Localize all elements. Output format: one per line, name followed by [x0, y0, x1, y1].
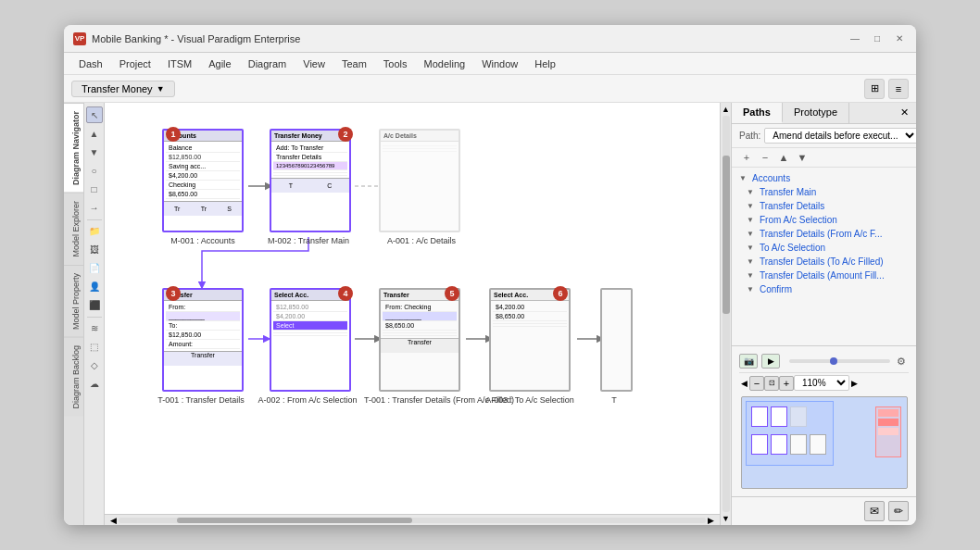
scroll-thumb[interactable]: [177, 518, 412, 523]
menu-itsm[interactable]: ITSM: [160, 56, 199, 71]
group-icon[interactable]: ⬚: [86, 338, 103, 355]
tree-link-transfer-amount[interactable]: Transfer Details (Amount Fill...: [760, 270, 885, 281]
menu-tools[interactable]: Tools: [376, 56, 415, 71]
playback-screenshot-btn[interactable]: 📷: [739, 354, 758, 369]
circle-icon[interactable]: ○: [86, 162, 103, 179]
folder-icon[interactable]: 📁: [86, 222, 103, 239]
tree-link-transfer-main[interactable]: Transfer Main: [760, 187, 816, 197]
grid-view-button[interactable]: ⊞: [864, 79, 885, 99]
menu-team[interactable]: Team: [334, 56, 374, 71]
rect-icon[interactable]: □: [86, 181, 103, 197]
tree-link-transfer-to[interactable]: Transfer Details (To A/c Filled): [760, 256, 884, 267]
remove-btn[interactable]: −: [758, 150, 773, 165]
playback-settings-icon[interactable]: ⚙: [894, 354, 909, 369]
zoom-in-btn[interactable]: +: [779, 376, 794, 391]
left-sidebar-tabs: Diagram Navigator Model Explorer Model P…: [64, 103, 84, 525]
minimize-button[interactable]: —: [848, 31, 862, 46]
menu-dash[interactable]: Dash: [71, 56, 110, 71]
down-btn[interactable]: ▼: [795, 150, 810, 165]
tree-item-from-ac-selection[interactable]: ▼ From A/c Selection: [732, 213, 916, 227]
diamond-icon[interactable]: ◇: [86, 356, 103, 373]
node-A-002[interactable]: Select Acc. $12,850.00 $4,200.00 Select: [270, 288, 351, 392]
close-button[interactable]: ✕: [892, 31, 907, 46]
sidebar-tab-diagram-backlog[interactable]: Diagram Backlog: [64, 337, 83, 417]
menu-window[interactable]: Window: [474, 56, 525, 71]
list-view-button[interactable]: ≡: [888, 79, 909, 99]
person-icon[interactable]: 👤: [86, 278, 103, 294]
scroll-track[interactable]: [119, 518, 706, 523]
node-M-001[interactable]: Accounts Balance $12,850.00 Saving acc..…: [162, 129, 244, 232]
arrow-icon[interactable]: →: [86, 199, 103, 216]
sidebar-tab-model-property[interactable]: Model Property: [64, 265, 83, 337]
tree-link-to-ac[interactable]: To A/c Selection: [760, 243, 825, 253]
maximize-button[interactable]: □: [870, 31, 885, 46]
tree-item-accounts[interactable]: ▼ Accounts: [732, 171, 916, 185]
playback-play-btn[interactable]: ▶: [761, 354, 780, 369]
down-icon[interactable]: ▼: [86, 144, 103, 160]
tree-link-accounts[interactable]: Accounts: [752, 173, 790, 183]
note-icon[interactable]: 📄: [86, 259, 103, 276]
tree-item-confirm[interactable]: ▼ Confirm: [732, 282, 916, 296]
tree-item-transfer-details[interactable]: ▼ Transfer Details: [732, 199, 916, 213]
up-icon[interactable]: ▲: [86, 125, 103, 142]
tree-link-transfer-details[interactable]: Transfer Details: [760, 201, 824, 211]
node-T-001a[interactable]: Transfer From: __________ To: $12,850.00…: [162, 288, 244, 392]
node-A-001[interactable]: A/c Details: [379, 129, 460, 232]
tree-link-from-ac[interactable]: From A/c Selection: [760, 215, 837, 225]
vertical-scrollbar[interactable]: ▲ ▼: [720, 103, 731, 525]
add-btn[interactable]: +: [739, 150, 754, 165]
flow-icon[interactable]: ≋: [86, 319, 103, 336]
window-title: Mobile Banking * - Visual Paradigm Enter…: [92, 33, 300, 44]
canvas-scroll[interactable]: Accounts Balance $12,850.00 Saving acc..…: [105, 103, 720, 525]
node-A-003[interactable]: Select Acc. $4,200.00 $8,650.00: [489, 288, 571, 392]
tree-item-to-ac-selection[interactable]: ▼ To A/c Selection: [732, 241, 916, 255]
tree-link-transfer-from[interactable]: Transfer Details (From A/c F...: [760, 229, 882, 239]
image-icon[interactable]: 🖼: [86, 241, 103, 257]
tree-item-transfer-main[interactable]: ▼ Transfer Main: [732, 185, 916, 199]
playback-thumb[interactable]: [830, 357, 837, 365]
transfer-money-button[interactable]: Transfer Money ▼: [71, 81, 175, 97]
scroll-up-btn[interactable]: ▲: [722, 105, 730, 114]
tree-item-transfer-details-to[interactable]: ▼ Transfer Details (To A/c Filled): [732, 255, 916, 269]
menu-view[interactable]: View: [295, 56, 333, 71]
zoom-arrow-right[interactable]: ▶: [849, 377, 860, 390]
menu-modeling[interactable]: Modeling: [417, 56, 473, 71]
mm-node-5: [771, 434, 787, 455]
v-scroll-track[interactable]: [722, 116, 730, 512]
tree-link-confirm[interactable]: Confirm: [760, 284, 792, 294]
edit-button[interactable]: ✏: [888, 501, 909, 521]
menu-diagram[interactable]: Diagram: [241, 56, 295, 71]
menu-agile[interactable]: Agile: [201, 56, 238, 71]
v-scroll-thumb[interactable]: [722, 156, 730, 314]
cursor-icon[interactable]: ↖: [86, 106, 103, 123]
scroll-left-btn[interactable]: ◀: [108, 516, 119, 525]
scroll-down-btn[interactable]: ▼: [722, 514, 730, 523]
node-T-partial[interactable]: [600, 288, 633, 392]
zoom-out-btn[interactable]: −: [749, 376, 764, 391]
sidebar-tab-model-explorer[interactable]: Model Explorer: [64, 193, 83, 265]
menu-help[interactable]: Help: [527, 56, 563, 71]
panel-close-button[interactable]: ✕: [893, 103, 916, 123]
sidebar-tab-diagram-navigator[interactable]: Diagram Navigator: [64, 103, 83, 193]
tab-paths[interactable]: Paths: [732, 103, 783, 123]
email-button[interactable]: ✉: [864, 501, 885, 521]
component-icon[interactable]: ⬛: [86, 296, 103, 313]
horizontal-scrollbar[interactable]: ◀ ▶: [105, 514, 720, 525]
tree-item-transfer-amount[interactable]: ▼ Transfer Details (Amount Fill...: [732, 269, 916, 282]
node-T-001b[interactable]: Transfer From: Checking __________ $8,65…: [379, 288, 460, 392]
playback-slider[interactable]: [789, 359, 890, 363]
node-M-002[interactable]: Transfer Money Add: To Transfer Transfer…: [270, 129, 351, 232]
zoom-fit-btn[interactable]: ⊡: [764, 376, 779, 391]
up-btn[interactable]: ▲: [776, 150, 791, 165]
tree-item-transfer-details-from[interactable]: ▼ Transfer Details (From A/c F...: [732, 227, 916, 241]
path-select[interactable]: Amend details before execut... Option 2: [764, 128, 916, 144]
zoom-select[interactable]: 110% 100% 75%: [794, 375, 849, 391]
tab-prototype[interactable]: Prototype: [783, 103, 849, 123]
cloud-icon[interactable]: ☁: [86, 375, 103, 392]
path-row: Path: Amend details before execut... Opt…: [732, 124, 916, 148]
menu-project[interactable]: Project: [112, 56, 158, 71]
canvas-area[interactable]: Accounts Balance $12,850.00 Saving acc..…: [105, 103, 720, 525]
minimap[interactable]: [741, 396, 908, 489]
scroll-right-btn[interactable]: ▶: [706, 516, 716, 525]
zoom-arrow-left[interactable]: ◀: [739, 377, 749, 390]
